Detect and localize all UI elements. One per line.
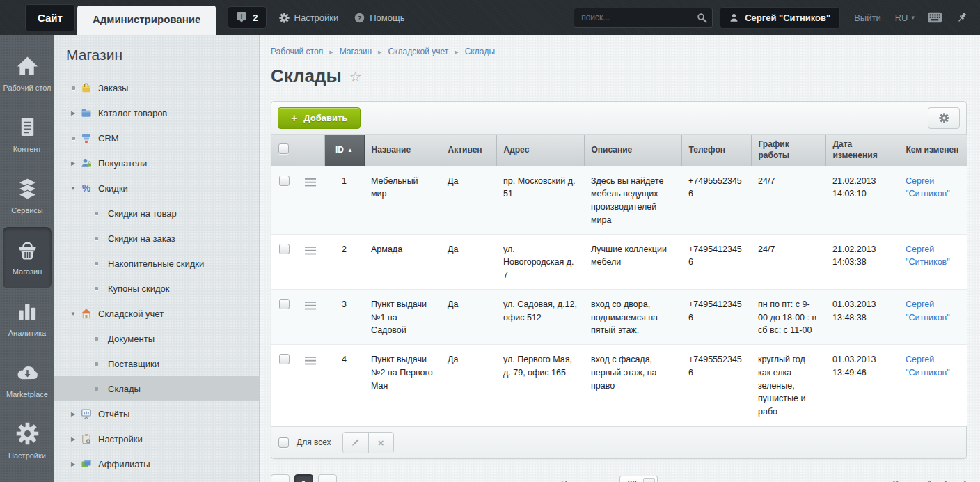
- row-checkbox[interactable]: [279, 244, 290, 254]
- column-header-id[interactable]: ID▲: [324, 135, 364, 166]
- notifications-button[interactable]: i 2: [228, 6, 266, 29]
- sidebar-item-settings[interactable]: Настройки: [3, 411, 52, 472]
- breadcrumb-link[interactable]: Складской учет: [388, 47, 448, 56]
- breadcrumb-link[interactable]: Рабочий стол: [271, 47, 323, 56]
- column-header-modified_by[interactable]: Кем изменен: [899, 135, 967, 166]
- affiliates-icon: [81, 458, 92, 469]
- breadcrumb-link[interactable]: Склады: [465, 47, 495, 56]
- prev-page-button[interactable]: ‹: [271, 474, 290, 482]
- sidebar-item-label: Аналитика: [8, 328, 46, 338]
- clipboard-gear-icon: [81, 433, 92, 444]
- arrow-down-icon: ▼: [68, 185, 79, 192]
- logout-button[interactable]: Выйти: [854, 13, 881, 23]
- table-row: 1Мебельный мирДапр. Московский д. 51Здес…: [271, 166, 967, 234]
- row-menu-button[interactable]: [305, 302, 316, 312]
- sidebar-item-analytics[interactable]: Аналитика: [3, 288, 52, 350]
- person-icon: [729, 13, 738, 22]
- modified-by-link[interactable]: Сергей "Ситников": [906, 176, 950, 199]
- sidebar-item-desktop[interactable]: Рабочий стол: [3, 43, 52, 104]
- delete-selected-button[interactable]: ×: [368, 433, 393, 453]
- row-checkbox-cell: [271, 234, 297, 289]
- cell-description: Здесь вы найдете мебель ведущих производ…: [584, 166, 681, 234]
- menu-item-label: Документы: [108, 334, 155, 344]
- cell-phone: +74955523456: [681, 166, 751, 234]
- hotkeys-button[interactable]: [928, 12, 942, 23]
- pin-button[interactable]: [955, 12, 969, 23]
- select-all-checkbox[interactable]: [278, 437, 289, 448]
- cell-schedule: пн по пт: с 9-00 до 18-00 : в сб вс: с 1…: [751, 289, 825, 344]
- per-page-select[interactable]: 20 ▾: [619, 476, 658, 482]
- select-page-column-header: [271, 135, 297, 166]
- search-input[interactable]: [574, 8, 713, 28]
- language-switcher[interactable]: RU ▾: [895, 13, 915, 23]
- menu-item-suppliers[interactable]: Поставщики: [54, 351, 259, 376]
- menu-item-customers[interactable]: ▶Покупатели: [54, 150, 259, 176]
- breadcrumb: Рабочий стол▶Магазин▶Складской учет▶Скла…: [271, 47, 980, 56]
- sidebar-item-content[interactable]: Контент: [3, 104, 52, 166]
- next-page-button[interactable]: ›: [318, 474, 337, 482]
- menu-item-shop-settings[interactable]: ▶Настройки: [54, 426, 259, 451]
- search-icon: [697, 13, 707, 23]
- user-name: Сергей "Ситников": [745, 13, 830, 23]
- menu-item-order-discounts[interactable]: Скидки на заказ: [54, 226, 259, 251]
- column-header-schedule[interactable]: График работы: [751, 135, 825, 166]
- menu-item-cumulative-discounts[interactable]: Накопительные скидки: [54, 251, 259, 276]
- column-header-name[interactable]: Название: [364, 135, 441, 166]
- row-menu-button[interactable]: [305, 357, 316, 367]
- menu-item-inventory[interactable]: ▼Складской учет: [54, 301, 259, 326]
- keyboard-icon: [928, 12, 942, 23]
- sidebar-item-shop[interactable]: Магазин: [3, 227, 52, 288]
- add-button[interactable]: + Добавить: [278, 107, 361, 129]
- menu-item-coupons[interactable]: Купоны скидок: [54, 276, 259, 301]
- menu-item-label: CRM: [98, 133, 119, 143]
- arrow-right-icon: ▶: [68, 411, 79, 417]
- select-page-checkbox[interactable]: [278, 143, 289, 154]
- grid-settings-button[interactable]: [928, 107, 960, 129]
- row-checkbox[interactable]: [279, 354, 290, 364]
- topbar-settings-button[interactable]: Настройки: [279, 13, 339, 23]
- menu-item-label: Складской учет: [98, 309, 164, 319]
- modified-by-link[interactable]: Сергей "Ситников": [906, 355, 950, 378]
- hamburger-icon: [305, 178, 316, 189]
- column-header-active[interactable]: Активен: [441, 135, 496, 166]
- home-icon: [16, 54, 39, 77]
- sidebar-item-marketplace[interactable]: Marketplace: [3, 350, 52, 411]
- sidebar-item-label: Рабочий стол: [3, 83, 51, 93]
- menu-item-documents[interactable]: Документы: [54, 326, 259, 351]
- page-title: Склады: [271, 65, 342, 87]
- menu-item-catalog[interactable]: ▶Каталог товаров: [54, 100, 259, 125]
- column-header-address[interactable]: Адрес: [496, 135, 584, 166]
- column-header-label: Кем изменен: [906, 145, 959, 155]
- notifications-count: 2: [253, 13, 258, 23]
- tab-site[interactable]: Сайт: [25, 4, 75, 31]
- row-menu-button[interactable]: [305, 178, 316, 189]
- cell-phone: +74955523456: [681, 345, 751, 426]
- modified-by-link[interactable]: Сергей "Ситников": [906, 300, 950, 322]
- sidebar-item-services[interactable]: Сервисы: [3, 166, 52, 227]
- menu-sidebar: Магазин Заказы▶Каталог товаровCRM▶Покупа…: [54, 35, 260, 482]
- row-checkbox[interactable]: [279, 176, 290, 186]
- menu-item-reports[interactable]: ▶Отчёты: [54, 401, 259, 426]
- menu-item-crm[interactable]: CRM: [54, 125, 259, 150]
- user-button[interactable]: Сергей "Ситников": [720, 7, 840, 29]
- bullet-icon: [90, 287, 102, 290]
- tab-admin[interactable]: Администрирование: [77, 6, 216, 35]
- edit-selected-button[interactable]: [343, 433, 368, 453]
- cell-id: 3: [324, 289, 364, 344]
- menu-item-warehouses[interactable]: Склады: [54, 376, 259, 401]
- column-header-description[interactable]: Описание: [584, 135, 681, 166]
- favorite-star-icon[interactable]: ☆: [349, 68, 362, 85]
- column-header-modified[interactable]: Дата изменения: [825, 135, 899, 166]
- row-checkbox[interactable]: [279, 299, 290, 309]
- column-header-phone[interactable]: Телефон: [681, 135, 751, 166]
- menu-item-affiliates[interactable]: ▶Аффилиаты: [54, 451, 259, 476]
- row-menu-button[interactable]: [305, 247, 316, 257]
- breadcrumb-link[interactable]: Магазин: [340, 47, 372, 56]
- menu-item-product-discounts[interactable]: Скидки на товар: [54, 201, 259, 226]
- modified-by-link[interactable]: Сергей "Ситников": [906, 244, 950, 267]
- menu-item-discounts[interactable]: ▼%Скидки: [54, 176, 259, 201]
- menu-item-orders[interactable]: Заказы: [54, 75, 259, 100]
- page-1-button[interactable]: 1: [294, 474, 313, 482]
- column-header-label: Телефон: [689, 145, 725, 155]
- topbar-help-button[interactable]: ? Помощь: [354, 13, 404, 23]
